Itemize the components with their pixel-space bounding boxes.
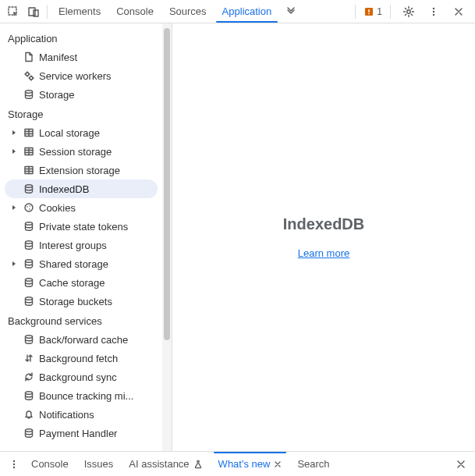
sidebar-item-label: Private state tokens — [39, 221, 162, 233]
divider — [355, 5, 356, 19]
divider — [390, 5, 391, 19]
sidebar-item-label: Background sync — [39, 371, 162, 383]
sidebar-item-manifest[interactable]: Manifest — [0, 48, 162, 66]
more-tabs-button[interactable] — [279, 0, 303, 23]
sidebar-item-label: Background fetch — [39, 353, 162, 364]
sidebar-item-label: Notifications — [39, 409, 162, 421]
sidebar-item-background-fetch[interactable]: Background fetch — [0, 349, 162, 368]
bell-icon — [22, 409, 36, 420]
sidebar-item-label: IndexedDB — [39, 183, 158, 195]
sidebar-item-local-storage[interactable]: Local storage — [0, 123, 162, 142]
db-icon — [22, 240, 36, 250]
sidebar-item-label: Shared storage — [39, 258, 162, 270]
drawer-tab-search[interactable]: Search — [289, 452, 337, 476]
gear-icon — [402, 5, 415, 18]
close-tab-button[interactable] — [274, 460, 282, 468]
sidebar-item-extension-storage[interactable]: Extension storage — [0, 161, 162, 179]
fetch-icon — [22, 353, 36, 364]
sidebar-item-back-forward-cache[interactable]: Back/forward cache — [0, 330, 162, 349]
svg-point-17 — [25, 204, 33, 211]
expand-arrow-icon[interactable] — [9, 148, 19, 155]
devtools-topbar: Elements Console Sources Application 1 — [0, 0, 475, 23]
sidebar-group-title[interactable]: Storage — [0, 104, 162, 123]
svg-point-16 — [26, 185, 33, 188]
svg-point-21 — [26, 222, 33, 226]
sidebar-item-label: Extension storage — [39, 165, 162, 176]
sidebar-item-shared-storage[interactable]: Shared storage — [0, 254, 162, 273]
tab-elements[interactable]: Elements — [51, 0, 108, 23]
tab-console[interactable]: Console — [108, 0, 161, 23]
expand-arrow-icon[interactable] — [9, 261, 19, 267]
table-icon — [22, 165, 36, 176]
more-options-button[interactable] — [424, 2, 444, 22]
sidebar-item-label: Back/forward cache — [39, 334, 162, 346]
sidebar-item-interest-groups[interactable]: Interest groups — [0, 236, 162, 254]
svg-point-22 — [26, 241, 33, 244]
db-icon — [22, 183, 36, 194]
sidebar-group-title[interactable]: Application — [0, 28, 162, 48]
sidebar-item-storage-buckets[interactable]: Storage buckets — [0, 292, 162, 311]
content-title: IndexedDB — [283, 215, 364, 233]
content-pane: IndexedDB Learn more — [172, 23, 475, 451]
drawer-tab-console[interactable]: Console — [23, 452, 76, 476]
drawer-tab-ai-assistance[interactable]: AI assistance — [121, 452, 210, 476]
drawer-tab-issues[interactable]: Issues — [76, 452, 122, 476]
kebab-icon — [428, 6, 439, 17]
drawer-tab-label: Issues — [84, 458, 114, 470]
sidebar-item-indexeddb[interactable]: IndexedDB — [5, 179, 158, 198]
inspect-element-button[interactable] — [3, 2, 23, 22]
sidebar-item-private-state-tokens[interactable]: Private state tokens — [0, 217, 162, 236]
tab-application[interactable]: Application — [214, 0, 280, 23]
drawer-tab-label: Console — [31, 458, 69, 470]
issues-indicator[interactable]: 1 — [363, 6, 382, 17]
sidebar-item-session-storage[interactable]: Session storage — [0, 142, 162, 161]
device-toolbar-button[interactable] — [23, 2, 44, 22]
svg-rect-4 — [369, 9, 370, 12]
sidebar-item-label: Cache storage — [39, 277, 162, 289]
tab-label: Application — [222, 5, 272, 17]
panel-tabs: Elements Console Sources Application — [51, 0, 352, 23]
sidebar-item-label: Cookies — [39, 202, 162, 214]
close-icon — [456, 459, 466, 470]
db-icon — [22, 258, 36, 269]
db-icon — [22, 296, 36, 307]
expand-arrow-icon[interactable] — [9, 130, 19, 136]
tab-sources[interactable]: Sources — [161, 0, 214, 23]
sidebar-item-notifications[interactable]: Notifications — [0, 405, 162, 424]
kebab-icon — [9, 459, 19, 470]
sidebar-item-background-sync[interactable]: Background sync — [0, 368, 162, 386]
svg-point-19 — [30, 205, 31, 207]
table-icon — [22, 127, 36, 138]
svg-point-29 — [13, 460, 15, 461]
drawer-more-button[interactable] — [5, 455, 23, 474]
svg-rect-1 — [29, 8, 35, 16]
issue-icon — [363, 6, 374, 17]
sidebar-item-bounce-tracking-mi[interactable]: Bounce tracking mi... — [0, 386, 162, 405]
close-drawer-button[interactable] — [452, 455, 470, 474]
sidebar-item-payment-handler[interactable]: Payment Handler — [0, 424, 162, 442]
sidebar-item-service-workers[interactable]: Service workers — [0, 66, 162, 85]
divider — [47, 5, 48, 19]
close-devtools-button[interactable] — [448, 2, 469, 22]
svg-point-8 — [433, 10, 434, 12]
learn-more-link[interactable]: Learn more — [298, 247, 349, 259]
sidebar-item-label: Local storage — [39, 127, 162, 139]
expand-arrow-icon[interactable] — [9, 204, 19, 211]
drawer-tab-what-s-new[interactable]: What's new — [211, 452, 290, 476]
tab-label: Sources — [169, 5, 207, 17]
sidebar-scrollbar-track[interactable] — [162, 23, 172, 451]
db-icon — [22, 390, 36, 401]
svg-point-28 — [26, 429, 33, 432]
settings-button[interactable] — [399, 2, 419, 22]
sidebar-item-cache-storage[interactable]: Cache storage — [0, 273, 162, 292]
db-icon — [22, 334, 36, 345]
svg-point-26 — [26, 336, 33, 339]
main-area: ApplicationManifestService workersStorag… — [0, 23, 475, 451]
sidebar-scrollbar-thumb[interactable] — [164, 28, 170, 340]
sidebar-item-storage[interactable]: Storage — [0, 85, 162, 104]
sidebar-group-title[interactable]: Background services — [0, 311, 162, 330]
sidebar-item-cookies[interactable]: Cookies — [0, 198, 162, 217]
table-icon — [22, 146, 36, 157]
svg-point-27 — [26, 392, 33, 395]
svg-point-12 — [26, 91, 33, 94]
